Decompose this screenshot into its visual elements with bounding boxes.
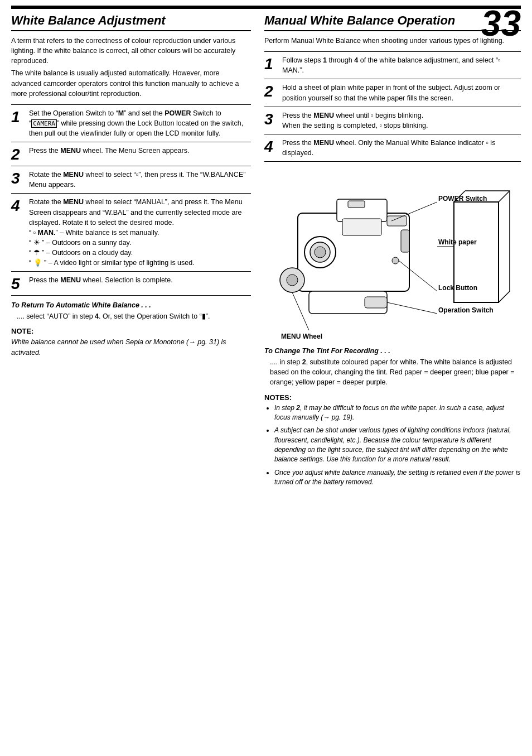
step-text-3: Rotate the MENU wheel to select “▫”, the… — [29, 170, 251, 190]
svg-rect-18 — [342, 219, 381, 235]
return-title: To Return To Automatic White Balance . .… — [11, 301, 251, 309]
right-notes-section: NOTES: In step 2, it may be difficult to… — [264, 393, 521, 488]
r-step-number-3: 3 — [264, 112, 279, 127]
r-step-number-1: 1 — [264, 56, 279, 72]
svg-point-14 — [392, 257, 399, 264]
note-item-3: Once you adjust white balance manually, … — [274, 468, 521, 488]
r-step-number-4: 4 — [264, 139, 279, 155]
svg-text:Lock Button: Lock Button — [438, 284, 477, 292]
svg-rect-19 — [348, 201, 365, 208]
right-step-2: 2 Hold a sheet of plain white paper in f… — [264, 79, 521, 107]
page-number: 33 — [481, 6, 521, 41]
step-number-1: 1 — [11, 109, 26, 125]
svg-line-5 — [499, 291, 510, 302]
change-tint-text: .... in step 2, substitute coloured pape… — [270, 357, 521, 387]
step-number-2: 2 — [11, 147, 26, 162]
svg-line-2 — [499, 191, 510, 202]
change-tint-title: To Change The Tint For Recording . . . — [264, 347, 521, 355]
right-step-3: 3 Press the MENU wheel until ▫ begins bl… — [264, 107, 521, 134]
step-text-4: Rotate the MENU wheel to select “MANUAL”… — [29, 197, 251, 268]
svg-text:POWER Switch: POWER Switch — [438, 195, 487, 203]
top-bar — [11, 6, 521, 9]
step-text-2: Press the MENU wheel. The Menu Screen ap… — [29, 146, 251, 156]
right-steps: 1 Follow steps 1 through 4 of the white … — [264, 51, 521, 162]
right-column: Manual White Balance Operation Perform M… — [264, 13, 521, 491]
note-item-2: A subject can be shot under various type… — [274, 426, 521, 465]
step-number-4: 4 — [11, 198, 26, 214]
right-notes-title: NOTES: — [264, 393, 521, 402]
right-notes-list: In step 2, it may be difficult to focus … — [274, 403, 521, 488]
svg-line-20 — [391, 202, 437, 221]
r-step-text-3: Press the MENU wheel until ▫ begins blin… — [282, 110, 521, 131]
svg-rect-12 — [387, 216, 407, 226]
left-steps: 1 Set the Operation Switch to “M” and se… — [11, 104, 251, 296]
left-title: White Balance Adjustment — [11, 13, 251, 31]
step-text-5: Press the MENU wheel. Selection is compl… — [29, 275, 251, 285]
svg-text:White paper: White paper — [438, 238, 477, 246]
note-section: NOTE: White balance cannot be used when … — [11, 327, 251, 357]
return-text: .... select “AUTO” in step 4. Or, set th… — [17, 311, 251, 321]
change-tint-section: To Change The Tint For Recording . . . .… — [264, 347, 521, 387]
step-number-5: 5 — [11, 276, 26, 292]
note-title: NOTE: — [11, 327, 251, 335]
svg-line-24 — [292, 292, 309, 330]
step-number-3: 3 — [11, 171, 26, 186]
svg-rect-13 — [401, 230, 409, 252]
svg-text:MENU Wheel: MENU Wheel — [281, 333, 322, 340]
left-step-1: 1 Set the Operation Switch to “M” and se… — [11, 105, 251, 142]
r-step-text-1: Follow steps 1 through 4 of the white ba… — [282, 55, 521, 75]
camcorder-diagram: POWER Switch White paper Lock Button Ope… — [264, 168, 521, 341]
note-item-1: In step 2, it may be difficult to focus … — [274, 403, 521, 423]
note-text: White balance cannot be used when Sepia … — [11, 337, 251, 357]
svg-point-9 — [315, 247, 326, 258]
intro-para-1: A term that refers to the correctness of… — [11, 36, 251, 66]
intro-para-2: The white balance is usually adjusted au… — [11, 68, 251, 98]
columns: White Balance Adjustment A term that ref… — [11, 13, 521, 491]
left-step-3: 3 Rotate the MENU wheel to select “▫”, t… — [11, 166, 251, 194]
step-text-1: Set the Operation Switch to “M” and set … — [29, 108, 251, 138]
left-step-4: 4 Rotate the MENU wheel to select “MANUA… — [11, 194, 251, 272]
left-column: White Balance Adjustment A term that ref… — [11, 13, 251, 491]
r-step-number-2: 2 — [264, 84, 279, 99]
return-section: To Return To Automatic White Balance . .… — [11, 301, 251, 321]
right-step-4: 4 Press the MENU wheel. Only the Manual … — [264, 134, 521, 162]
r-step-text-2: Hold a sheet of plain white paper in fro… — [282, 83, 521, 103]
right-step-1: 1 Follow steps 1 through 4 of the white … — [264, 52, 521, 79]
svg-text:Operation Switch: Operation Switch — [438, 306, 494, 314]
r-step-text-4: Press the MENU wheel. Only the Manual Wh… — [282, 138, 521, 158]
svg-line-23 — [387, 302, 437, 314]
left-step-5: 5 Press the MENU wheel. Selection is com… — [11, 272, 251, 296]
diagram-svg: POWER Switch White paper Lock Button Ope… — [264, 168, 521, 341]
left-step-2: 2 Press the MENU wheel. The Menu Screen … — [11, 142, 251, 166]
left-intro: A term that refers to the correctness of… — [11, 36, 251, 99]
svg-point-17 — [287, 275, 298, 286]
page: 33 White Balance Adjustment A term that … — [0, 0, 532, 756]
svg-rect-15 — [365, 297, 387, 308]
